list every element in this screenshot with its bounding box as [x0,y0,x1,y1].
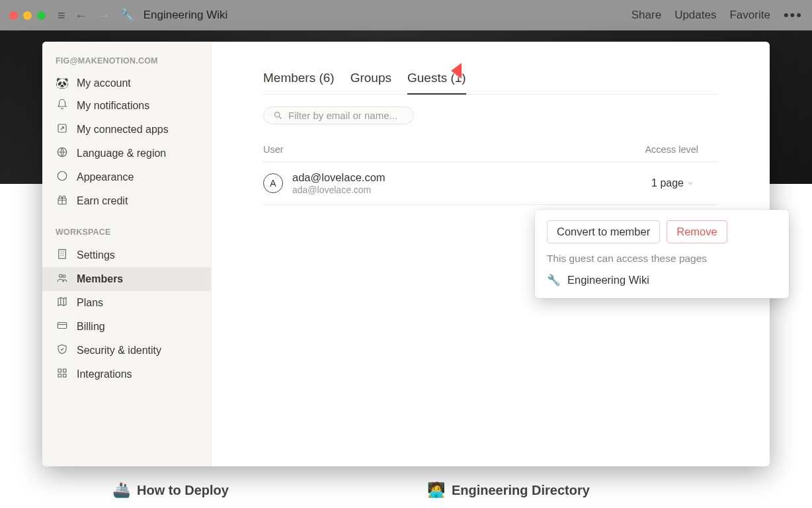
tabs: Members (6) Groups Guests (1) [263,64,718,95]
account-section-label: FIG@MAKENOTION.COM [42,56,211,65]
favorite-button[interactable]: Favorite [729,9,770,22]
sidebar-item-billing[interactable]: Billing [42,315,211,339]
workspace-section-label: WORKSPACE [42,228,211,237]
nav-back-button[interactable]: ← [75,8,88,23]
gift-icon [56,194,69,208]
close-window-button[interactable] [9,11,18,20]
guest-actions-popover: Convert to member Remove This guest can … [535,210,789,298]
sidebar-item-integrations[interactable]: Integrations [42,362,211,386]
map-icon [56,296,69,310]
sidebar-item-my-notifications[interactable]: My notifications [42,94,211,118]
external-link-icon [56,122,69,137]
grid-icon [56,367,69,382]
svg-rect-11 [63,374,67,378]
svg-rect-9 [63,369,67,372]
convert-to-member-button[interactable]: Convert to member [547,220,660,243]
share-button[interactable]: Share [631,9,661,22]
svg-rect-7 [58,323,67,329]
svg-point-5 [60,275,63,278]
sidebar-item-label: Integrations [77,368,132,380]
sidebar-item-language-region[interactable]: Language & region [42,142,211,165]
sidebar-item-appearance[interactable]: Appearance [42,165,211,189]
svg-point-12 [275,112,280,118]
nav-forward-button[interactable]: → [97,8,110,23]
sidebar-item-label: My account [77,77,131,89]
accessible-page-label: Engineering Wiki [567,274,649,286]
globe-icon [56,146,69,161]
panda-icon: 🐼 [56,77,69,89]
sidebar-item-earn-credit[interactable]: Earn credit [42,189,211,213]
guest-row: A ada@lovelace.com ada@lovelace.com 1 pa… [263,162,718,205]
settings-sidebar: FIG@MAKENOTION.COM 🐼 My account My notif… [42,42,212,466]
sidebar-item-label: My connected apps [77,124,169,136]
sidebar-item-label: Settings [77,249,115,261]
col-access-header: Access level [599,144,718,155]
wrench-icon: 🔧 [120,8,134,22]
table-header: User Access level [263,144,718,162]
filter-placeholder: Filter by email or name... [288,110,397,121]
hamburger-icon[interactable]: ≡ [58,8,65,23]
updates-button[interactable]: Updates [674,9,716,22]
svg-point-2 [58,171,67,181]
svg-rect-10 [58,374,61,378]
bg-page-link-directory[interactable]: 🧑‍💻 Engineering Directory [427,482,590,499]
sidebar-item-label: My notifications [77,100,149,112]
tab-members[interactable]: Members (6) [263,64,335,95]
user-email: ada@lovelace.com [292,185,651,195]
bg-page-label: Engineering Directory [452,483,590,498]
people-icon [56,272,69,286]
bg-page-link-deploy[interactable]: 🚢 How to Deploy [112,482,229,499]
minimize-window-button[interactable] [23,11,32,20]
tab-groups[interactable]: Groups [350,64,391,95]
sidebar-item-my-account[interactable]: 🐼 My account [42,72,211,94]
avatar: A [263,173,283,193]
sidebar-item-label: Members [77,273,123,285]
sidebar-item-members[interactable]: Members [42,267,211,291]
filter-input[interactable]: Filter by email or name... [263,106,414,124]
sidebar-item-connected-apps[interactable]: My connected apps [42,118,211,142]
maximize-window-button[interactable] [37,11,46,20]
sidebar-item-label: Appearance [77,171,134,183]
col-user-header: User [263,144,599,155]
more-options-button[interactable]: ••• [784,7,803,24]
user-name: ada@lovelace.com [292,171,651,184]
sidebar-item-plans[interactable]: Plans [42,291,211,315]
card-icon [56,319,69,334]
wrench-icon: 🔧 [547,274,561,286]
svg-point-6 [63,275,65,278]
window-titlebar: ≡ ← → 🔧 Engineering Wiki Share Updates F… [0,0,812,30]
access-level-label: 1 page [651,177,684,189]
sidebar-item-settings[interactable]: Settings [42,243,211,267]
accessible-page-item[interactable]: 🔧 Engineering Wiki [547,274,777,286]
sidebar-item-label: Billing [77,321,105,333]
bg-page-label: How to Deploy [137,483,229,498]
sidebar-item-label: Earn credit [77,195,128,207]
sidebar-item-label: Security & identity [77,345,161,357]
ship-icon: 🚢 [112,482,130,499]
remove-guest-button[interactable]: Remove [667,220,727,243]
search-icon [273,110,283,120]
moon-icon [56,170,69,185]
shield-icon [56,343,69,358]
access-level-dropdown[interactable]: 1 page [651,177,718,189]
page-title[interactable]: Engineering Wiki [143,9,228,22]
svg-rect-4 [59,249,66,259]
traffic-lights [9,11,46,20]
popover-message: This guest can access these pages [547,253,777,265]
annotation-arrow-icon [447,58,484,87]
sidebar-item-security[interactable]: Security & identity [42,339,211,362]
svg-rect-8 [58,369,61,372]
building-icon [56,248,69,263]
sidebar-item-label: Language & region [77,148,166,159]
sidebar-item-label: Plans [77,297,103,309]
bell-icon [56,99,69,113]
chevron-down-icon [686,179,694,187]
background-page-links: 🚢 How to Deploy 🧑‍💻 Engineering Director… [112,482,590,499]
person-icon: 🧑‍💻 [427,482,445,499]
